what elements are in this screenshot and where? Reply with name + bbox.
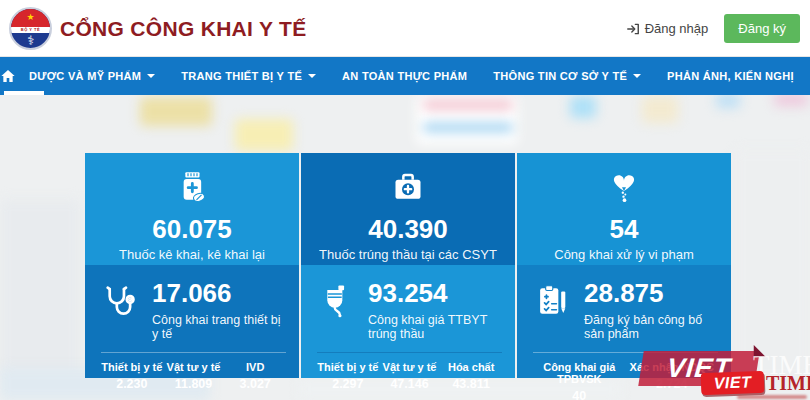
stat-label: Công khai xử lý vi phạm: [517, 247, 731, 262]
stat-tile-thuoc-ke-khai[interactable]: 60.075 Thuốc kê khai, kê khai lại: [85, 153, 299, 265]
active-tab-indicator: [4, 91, 44, 95]
logo-flag: ★: [11, 9, 50, 27]
caduceus-icon: ⚕: [11, 33, 50, 48]
stat-tile-xu-ly-vi-pham[interactable]: 54 Công khai xử lý vi phạm: [517, 153, 731, 265]
login-icon: [626, 22, 640, 36]
background-blur: [235, 119, 293, 151]
card-thau: 40.390 Thuốc trúng thầu tại các CSYT 93.…: [301, 153, 515, 378]
background-blur: [716, 93, 740, 108]
substat-thiet-bi-y-te: Thiết bị y tế 2.297: [317, 361, 379, 391]
header: ★ BỘ Y TẾ ⚕ CỔNG CÔNG KHAI Y TẾ Đăng nhậ…: [0, 0, 810, 57]
logo-star: ★: [26, 13, 34, 22]
ministry-of-health-logo: ★ BỘ Y TẾ ⚕: [9, 7, 52, 50]
stat-label: Đăng ký bản công bố sản phẩm: [584, 313, 718, 341]
stat-value: 17.066: [152, 280, 286, 306]
header-actions: Đăng nhập Đăng ký: [626, 0, 800, 57]
card-vi-pham: 54 Công khai xử lý vi phạm 28.875: [517, 153, 731, 378]
card-thuoc: 60.075 Thuốc kê khai, kê khai lại 17.066…: [85, 153, 299, 378]
stat-value: 28.875: [584, 280, 718, 306]
stat-label: Công khai giá TTBYT trúng thầu: [368, 313, 502, 341]
stat-cards: 60.075 Thuốc kê khai, kê khai lại 17.066…: [85, 153, 731, 378]
watermark-times-text: TIMES: [766, 372, 810, 395]
page-title: CỔNG CÔNG KHAI Y TẾ: [60, 0, 306, 57]
substat-tpbvsk: Công khai giá TPBVSK 40: [533, 361, 626, 400]
login-label: Đăng nhập: [645, 21, 709, 36]
stat-label: Thuốc trúng thầu tại các CSYT: [301, 247, 515, 262]
stat-tile-gia-ttbyt[interactable]: 93.254 Công khai giá TTBYT trúng thầu Th…: [301, 265, 515, 378]
main-nav: DƯỢC VÀ MỸ PHẨM TRANG THIẾT BỊ Y TẾ AN T…: [0, 57, 810, 95]
stat-value: 60.075: [85, 215, 299, 244]
stat-value: 40.390: [301, 215, 515, 244]
login-link[interactable]: Đăng nhập: [626, 21, 709, 36]
substat-vat-tu-y-te: Vật tư y tế 11.809: [163, 361, 225, 391]
stat-value: 93.254: [368, 280, 502, 306]
stat-tile-thuoc-trung-thau[interactable]: 40.390 Thuốc trúng thầu tại các CSYT: [301, 153, 515, 265]
divider: [317, 352, 502, 353]
substat-thiet-bi-y-te: Thiết bị y tế 2.230: [101, 361, 163, 391]
stat-value: 54: [517, 215, 731, 244]
background-blur: [735, 150, 810, 380]
stethoscope-icon: [101, 282, 139, 320]
watermark-viet-text: VIET: [713, 373, 751, 392]
chevron-down-icon: [633, 74, 641, 78]
page: ★ BỘ Y TẾ ⚕ CỔNG CÔNG KHAI Y TẾ Đăng nhậ…: [0, 0, 810, 400]
stat-label: Công khai trang thiết bị y tế: [152, 313, 286, 341]
nav-item-home[interactable]: [0, 57, 16, 95]
pill-bottle-icon: [172, 168, 212, 208]
divider: [101, 352, 286, 353]
nav-item-thong-tin-co-so-y-te[interactable]: THÔNG TIN CƠ SỞ Y TẾ: [480, 57, 654, 95]
stat-tile-cong-khai-ttbyt[interactable]: 17.066 Công khai trang thiết bị y tế Thi…: [85, 265, 299, 378]
nav-item-an-toan-thuc-pham[interactable]: AN TOÀN THỰC PHẨM: [329, 57, 480, 95]
register-button[interactable]: Đăng ký: [724, 14, 800, 43]
nav-item-phan-anh-kien-nghi[interactable]: PHẢN ÁNH, KIẾN NGHỊ: [654, 57, 807, 95]
medkit-icon: [388, 168, 428, 208]
nav-item-trang-thiet-bi-y-te[interactable]: TRANG THIẾT BỊ Y TẾ: [168, 57, 329, 95]
substat-hoa-chat: Hóa chất 43.811: [440, 361, 502, 391]
background-blur: [570, 96, 596, 118]
substat-ivd: IVD 3.027: [224, 361, 286, 391]
iv-bag-icon: [317, 282, 355, 320]
substat-vat-tu-y-te: Vật tư y tế 47.146: [379, 361, 441, 391]
nav-item-duoc-va-my-pham[interactable]: DƯỢC VÀ MỸ PHẨM: [16, 57, 168, 95]
chevron-down-icon: [147, 74, 155, 78]
background-blur: [423, 101, 513, 109]
background-blur: [0, 200, 80, 380]
heart-pills-icon: [604, 168, 644, 208]
clipboard-pen-icon: [533, 282, 571, 320]
stat-label: Thuốc kê khai, kê khai lại: [85, 247, 299, 262]
background-blur: [140, 97, 212, 126]
viettimes-watermark-small: VIET: [701, 371, 765, 395]
background-blur: [423, 123, 513, 132]
background-blur: [642, 96, 678, 123]
home-icon: [0, 68, 16, 84]
watermark-tagline-blur: [737, 395, 807, 399]
chevron-down-icon: [308, 74, 316, 78]
